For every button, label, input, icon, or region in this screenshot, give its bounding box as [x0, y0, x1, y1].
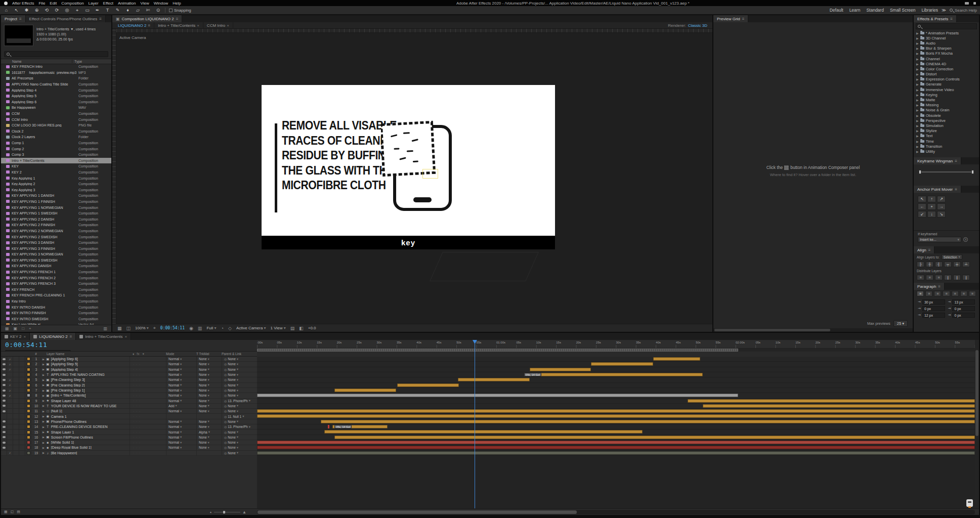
- chevron-right-icon[interactable]: ▶: [916, 88, 919, 92]
- keyframe-insert-select[interactable]: Insert ke...▾: [918, 237, 961, 242]
- align-left-button[interactable]: ╟: [917, 262, 924, 267]
- layer-track[interactable]: [257, 445, 975, 450]
- layer-row-controls[interactable]: ♪3▶▣[Applying Step 4]···Normal▾None▾◎Non…: [1, 367, 257, 372]
- snapshot-icon[interactable]: ◉: [189, 326, 193, 331]
- layer-row-controls[interactable]: 15▶★Shape Layer 1···Normal▾Alpha▾◎None▾: [1, 429, 257, 435]
- layer-bar[interactable]: [257, 441, 975, 444]
- video-toggle[interactable]: [1, 372, 7, 377]
- audio-toggle[interactable]: [7, 372, 13, 377]
- pickwhip-icon[interactable]: ◎: [224, 451, 227, 455]
- lock-toggle[interactable]: [19, 414, 25, 418]
- label-color-cell[interactable]: [25, 420, 31, 423]
- trkmat-select[interactable]: None▾: [196, 372, 222, 377]
- snapping-checkbox[interactable]: [169, 9, 173, 12]
- effects-category[interactable]: ▶Expression Controls: [914, 77, 979, 82]
- panel-menu-icon[interactable]: ≡: [938, 284, 941, 289]
- effects-category[interactable]: ▶Noise & Grain: [914, 108, 979, 113]
- rulers-icon[interactable]: ⌖: [153, 325, 156, 331]
- effects-category[interactable]: ▶Simulation: [914, 123, 979, 128]
- layer-track[interactable]: [257, 393, 975, 398]
- layer-track[interactable]: 05s, 14 Gol: [257, 424, 975, 429]
- mode-select[interactable]: Normal▾: [166, 388, 196, 393]
- menu-after-effects[interactable]: After Effects: [12, 1, 34, 6]
- distribute-v-center-button[interactable]: ≡: [926, 275, 933, 280]
- anchor-bottom-right-button[interactable]: ↘: [937, 211, 946, 218]
- audio-toggle[interactable]: [7, 419, 13, 424]
- menu-layer[interactable]: Layer: [89, 1, 99, 6]
- layer-name-cell[interactable]: ▶▣[Applying Step 6]: [40, 357, 130, 361]
- align-v-center-button[interactable]: ╪: [953, 262, 961, 267]
- trkmat-select[interactable]: None▾: [196, 383, 222, 387]
- mode-select[interactable]: Normal▾: [166, 424, 196, 429]
- video-toggle[interactable]: [1, 388, 7, 393]
- menu-effect[interactable]: Effect: [103, 1, 113, 6]
- layer-switches[interactable]: ···: [130, 424, 166, 429]
- audio-toggle[interactable]: [7, 399, 13, 403]
- expand-transfer-controls-icon[interactable]: ◱: [11, 510, 14, 514]
- layer-label-chip[interactable]: [27, 373, 30, 376]
- layer-label-chip[interactable]: [27, 399, 30, 403]
- layer-track[interactable]: [257, 435, 975, 440]
- pixel-aspect-icon[interactable]: ▤: [290, 326, 295, 331]
- label-color-cell[interactable]: [25, 415, 31, 418]
- mode-select[interactable]: Normal▾: [166, 383, 196, 387]
- chevron-right-icon[interactable]: ▶: [916, 129, 919, 133]
- project-item-summary[interactable]: Intro + Title/Contents ▼, used 4 times: [36, 27, 96, 32]
- effects-category[interactable]: ▶Audio: [914, 40, 979, 46]
- layer-name-cell[interactable]: ▶♪[Be Happyween]: [40, 451, 130, 455]
- justify-all-button[interactable]: ≡: [969, 291, 976, 296]
- layer-label-chip[interactable]: [27, 394, 30, 397]
- rectangle-tool-icon[interactable]: ▭: [84, 8, 91, 13]
- mode-select[interactable]: [166, 451, 196, 455]
- project-item[interactable]: Comp 2Composition: [1, 146, 111, 152]
- tab-effect-controls-phone-phone-outlines[interactable]: Effect Controls Phone/Phone Outlines≡: [26, 15, 106, 22]
- layer-label-chip[interactable]: [27, 420, 30, 423]
- label-color-cell[interactable]: [25, 441, 31, 444]
- anchor-bottom-left-button[interactable]: ↙: [918, 211, 926, 218]
- effects-presets-tab[interactable]: Effects & Presets ≡: [914, 15, 957, 22]
- project-item[interactable]: KEY APPLYING FRENCH 1Composition: [1, 269, 111, 275]
- pickwhip-icon[interactable]: ◎: [224, 357, 227, 361]
- lock-toggle[interactable]: [19, 445, 25, 450]
- exposure-control[interactable]: +0.0: [308, 326, 316, 330]
- effects-category[interactable]: ▶CINEMA 4D: [914, 61, 979, 66]
- zoom-slider[interactable]: [214, 512, 240, 512]
- effects-category[interactable]: ▶* Animation Presets: [914, 30, 979, 35]
- audio-toggle[interactable]: ♪: [7, 367, 13, 372]
- layer-row-controls[interactable]: 18▶■[Deep Royal Blue Solid 1]···Normal▾N…: [1, 445, 257, 450]
- lock-toggle[interactable]: [19, 435, 25, 440]
- layer-label-chip[interactable]: [27, 362, 30, 366]
- project-item[interactable]: KEY APPLYING 3 DANISHComposition: [1, 240, 111, 246]
- paragraph-field-value[interactable]: 30 px: [922, 299, 945, 305]
- layer-name-cell[interactable]: ▶▣[Pre Cleaning Step 1]: [40, 388, 130, 393]
- audio-toggle[interactable]: ♪: [7, 357, 13, 361]
- layer-track[interactable]: [257, 357, 975, 362]
- chevron-right-icon[interactable]: ▶: [916, 150, 919, 153]
- time-ruler[interactable]: :00s05s10s15s20s25s30s35s40s45s50s55s01:…: [257, 340, 975, 349]
- panel-menu-icon[interactable]: ≡: [950, 17, 953, 21]
- project-settings-icon[interactable]: +: [29, 326, 31, 331]
- solo-toggle[interactable]: [13, 440, 19, 445]
- close-tab-icon[interactable]: ×: [24, 334, 26, 339]
- video-toggle[interactable]: [1, 435, 7, 440]
- lock-toggle[interactable]: [19, 357, 25, 361]
- effects-category[interactable]: ▶Keying: [914, 92, 979, 97]
- layer-track[interactable]: [257, 419, 975, 424]
- menu-edit[interactable]: Edit: [50, 1, 57, 6]
- snapping-toggle[interactable]: Snapping: [169, 8, 191, 13]
- layer-label-chip[interactable]: [27, 446, 30, 449]
- twirl-icon[interactable]: ▶: [42, 358, 45, 361]
- solo-toggle[interactable]: [13, 435, 19, 440]
- effects-category[interactable]: ▶Time: [914, 139, 979, 144]
- pickwhip-icon[interactable]: ◎: [224, 436, 227, 439]
- project-item[interactable]: Clock 2Composition: [1, 128, 111, 135]
- solo-toggle[interactable]: [13, 429, 19, 434]
- pan-camera-tool-icon[interactable]: ⟳: [54, 8, 60, 13]
- solo-toggle[interactable]: [13, 357, 19, 361]
- layer-row-controls[interactable]: 12▶◉Camera 1···◎11. Null 1▾: [1, 414, 257, 419]
- layer-bar[interactable]: [703, 404, 975, 408]
- label-color-cell[interactable]: [25, 399, 31, 403]
- trkmat-select[interactable]: Alpha▾: [196, 429, 222, 434]
- audio-toggle[interactable]: [7, 409, 13, 413]
- parent-select[interactable]: ◎None▾: [222, 409, 257, 413]
